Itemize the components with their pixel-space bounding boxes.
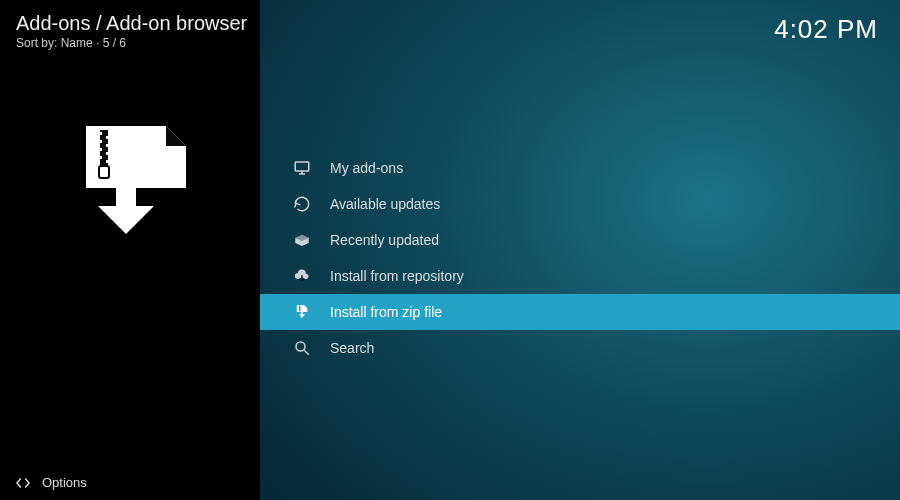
- monitor-icon: [292, 158, 312, 178]
- menu-item-available-updates[interactable]: Available updates: [260, 186, 900, 222]
- menu-item-label: Search: [330, 340, 374, 356]
- zip-download-icon: [76, 118, 196, 238]
- svg-rect-3: [98, 140, 102, 143]
- svg-rect-2: [106, 136, 110, 139]
- svg-point-14: [296, 342, 305, 351]
- svg-rect-6: [106, 152, 110, 155]
- clock: 4:02 PM: [774, 14, 878, 45]
- open-box-icon: [292, 230, 312, 250]
- options-label: Options: [42, 475, 87, 490]
- menu-item-label: Install from repository: [330, 268, 464, 284]
- menu-item-recently-updated[interactable]: Recently updated: [260, 222, 900, 258]
- menu-item-search[interactable]: Search: [260, 330, 900, 366]
- svg-rect-5: [98, 148, 102, 151]
- svg-rect-10: [295, 162, 309, 171]
- svg-rect-7: [98, 156, 102, 159]
- svg-rect-4: [106, 144, 110, 147]
- search-icon: [292, 338, 312, 358]
- options-arrows-icon: [14, 476, 32, 490]
- svg-rect-13: [299, 306, 301, 311]
- menu-item-my-addons[interactable]: My add-ons: [260, 150, 900, 186]
- svg-rect-1: [98, 132, 102, 135]
- breadcrumb: Add-ons / Add-on browser: [16, 12, 247, 35]
- menu-item-label: Install from zip file: [330, 304, 442, 320]
- menu-list: My add-ons Available updates Recently up…: [260, 150, 900, 366]
- menu-item-label: Available updates: [330, 196, 440, 212]
- menu-item-install-repository[interactable]: Install from repository: [260, 258, 900, 294]
- svg-rect-8: [106, 160, 110, 163]
- zip-file-icon: [292, 302, 312, 322]
- menu-item-label: Recently updated: [330, 232, 439, 248]
- sort-indicator: Sort by: Name · 5 / 6: [16, 36, 126, 50]
- refresh-icon: [292, 194, 312, 214]
- options-button[interactable]: Options: [14, 475, 87, 490]
- menu-item-label: My add-ons: [330, 160, 403, 176]
- menu-item-install-zip[interactable]: Install from zip file: [260, 294, 900, 330]
- svg-line-15: [304, 350, 309, 355]
- sidebar-background: [0, 0, 260, 500]
- svg-rect-9: [99, 166, 109, 178]
- cloud-download-icon: [292, 266, 312, 286]
